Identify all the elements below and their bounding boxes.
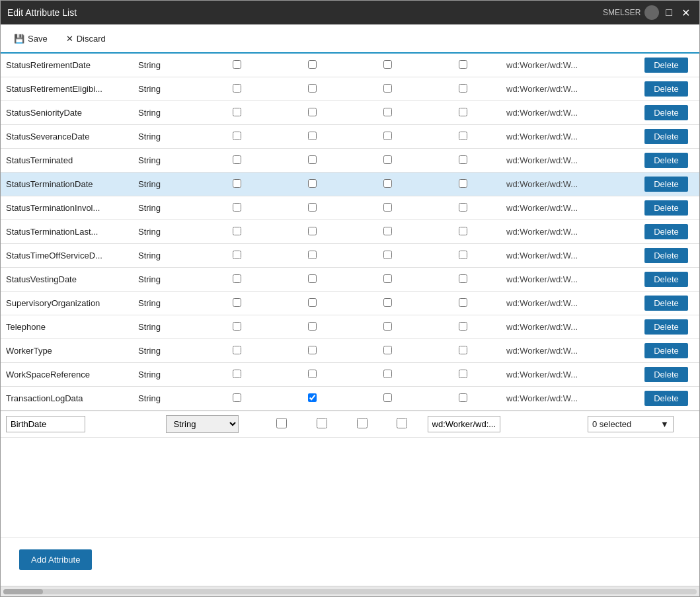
checkbox-cb3-row-10[interactable] xyxy=(383,298,392,307)
checkbox-cb1-row-4[interactable] xyxy=(233,155,241,164)
row-action: Delete xyxy=(633,101,699,125)
checkbox-cb1-row-12[interactable] xyxy=(233,346,241,354)
table-row: StatusTerminationInvol...Stringwd:Worker… xyxy=(1,196,699,220)
delete-button[interactable]: Delete xyxy=(644,200,688,216)
table-row: StatusTimeOffServiceD...Stringwd:Worker/… xyxy=(1,244,699,268)
checkbox-cb1-row-5[interactable] xyxy=(233,179,241,188)
checkbox-cb2-row-5[interactable] xyxy=(308,179,317,188)
checkbox-cb2-row-7[interactable] xyxy=(308,227,317,235)
checkbox-cb4-row-10[interactable] xyxy=(459,298,467,307)
checkbox-cb4-row-14[interactable] xyxy=(459,393,467,402)
delete-button[interactable]: Delete xyxy=(644,391,688,406)
checkbox-cb3-row-14[interactable] xyxy=(383,393,392,402)
checkbox-cb2-row-2[interactable] xyxy=(308,108,317,116)
checkbox-cb2-row-12[interactable] xyxy=(308,346,317,354)
delete-button[interactable]: Delete xyxy=(644,272,688,287)
checkbox-cb2-row-10[interactable] xyxy=(308,298,317,307)
checkbox-cb4-row-1[interactable] xyxy=(459,84,467,93)
delete-button[interactable]: Delete xyxy=(644,343,688,358)
checkbox-cb1-row-3[interactable] xyxy=(233,132,241,140)
checkbox-cb2-row-3[interactable] xyxy=(308,132,317,140)
delete-button[interactable]: Delete xyxy=(644,153,688,168)
maximize-button[interactable]: □ xyxy=(663,5,675,20)
checkbox-cb1-row-0[interactable] xyxy=(233,60,241,69)
checkbox-cb4-row-5[interactable] xyxy=(459,179,467,188)
horizontal-scrollbar[interactable] xyxy=(1,586,699,596)
checkbox-cb2-row-14[interactable] xyxy=(308,393,317,402)
scrollbar-thumb[interactable] xyxy=(3,589,43,594)
checkbox-cb3-row-1[interactable] xyxy=(383,84,392,93)
row-cb4 xyxy=(426,220,501,244)
checkbox-cb4-row-4[interactable] xyxy=(459,155,467,164)
checkbox-cb4-row-7[interactable] xyxy=(459,227,467,235)
checkbox-cb3-row-7[interactable] xyxy=(383,227,392,235)
checkbox-cb2-row-0[interactable] xyxy=(308,60,317,69)
checkbox-cb4-row-12[interactable] xyxy=(459,346,467,354)
checkbox-cb4-row-6[interactable] xyxy=(459,203,467,212)
delete-button[interactable]: Delete xyxy=(644,296,688,311)
checkbox-cb4-row-11[interactable] xyxy=(459,322,467,331)
table-row: StatusRetirementDateStringwd:Worker/wd:W… xyxy=(1,54,699,77)
row-cb4 xyxy=(426,339,501,363)
checkbox-cb2-row-11[interactable] xyxy=(308,322,317,331)
checkbox-cb1-row-6[interactable] xyxy=(233,203,241,212)
checkbox-cb1-row-14[interactable] xyxy=(233,393,241,402)
row-cb2 xyxy=(274,149,350,173)
checkbox-cb1-row-7[interactable] xyxy=(233,227,241,235)
new-cb3[interactable] xyxy=(357,418,368,428)
checkbox-cb4-row-2[interactable] xyxy=(459,108,467,116)
checkbox-cb1-row-10[interactable] xyxy=(233,298,241,307)
delete-button[interactable]: Delete xyxy=(644,177,688,192)
checkbox-cb1-row-13[interactable] xyxy=(233,370,241,378)
checkbox-cb3-row-13[interactable] xyxy=(383,370,392,378)
new-cb1[interactable] xyxy=(276,418,287,428)
checkbox-cb1-row-2[interactable] xyxy=(233,108,241,116)
checkbox-cb3-row-5[interactable] xyxy=(383,179,392,188)
checkbox-cb1-row-8[interactable] xyxy=(233,251,241,259)
row-cb3 xyxy=(350,173,426,196)
selected-dropdown[interactable]: 0 selected ▼ xyxy=(588,416,674,432)
checkbox-cb4-row-13[interactable] xyxy=(459,370,467,378)
new-name-input[interactable] xyxy=(6,416,85,432)
checkbox-cb1-row-9[interactable] xyxy=(233,274,241,283)
checkbox-cb4-row-8[interactable] xyxy=(459,251,467,259)
checkbox-cb1-row-1[interactable] xyxy=(233,84,241,93)
discard-button[interactable]: ✕ Discard xyxy=(62,32,110,46)
delete-button[interactable]: Delete xyxy=(644,319,688,335)
save-button[interactable]: 💾 Save xyxy=(10,32,52,46)
checkbox-cb3-row-9[interactable] xyxy=(383,274,392,283)
delete-button[interactable]: Delete xyxy=(644,58,688,73)
table-row: WorkSpaceReferenceStringwd:Worker/wd:W..… xyxy=(1,363,699,387)
new-cb4[interactable] xyxy=(397,418,407,428)
checkbox-cb2-row-8[interactable] xyxy=(308,251,317,259)
checkbox-cb2-row-1[interactable] xyxy=(308,84,317,93)
new-type-select[interactable]: String Integer Boolean Date xyxy=(166,415,239,433)
delete-button[interactable]: Delete xyxy=(644,367,688,382)
checkbox-cb4-row-0[interactable] xyxy=(459,60,467,69)
close-button[interactable]: ✕ xyxy=(679,5,693,20)
delete-button[interactable]: Delete xyxy=(644,248,688,263)
checkbox-cb3-row-3[interactable] xyxy=(383,132,392,140)
checkbox-cb2-row-4[interactable] xyxy=(308,155,317,164)
checkbox-cb2-row-9[interactable] xyxy=(308,274,317,283)
checkbox-cb3-row-8[interactable] xyxy=(383,251,392,259)
row-name: WorkerType xyxy=(1,339,133,363)
checkbox-cb3-row-2[interactable] xyxy=(383,108,392,116)
checkbox-cb2-row-13[interactable] xyxy=(308,370,317,378)
checkbox-cb3-row-4[interactable] xyxy=(383,155,392,164)
delete-button[interactable]: Delete xyxy=(644,105,688,120)
checkbox-cb3-row-12[interactable] xyxy=(383,346,392,354)
add-attribute-button[interactable]: Add Attribute xyxy=(19,549,92,570)
new-path-input[interactable] xyxy=(428,416,500,432)
checkbox-cb4-row-9[interactable] xyxy=(459,274,467,283)
new-cb2[interactable] xyxy=(317,418,327,428)
checkbox-cb1-row-11[interactable] xyxy=(233,322,241,331)
delete-button[interactable]: Delete xyxy=(644,81,688,97)
checkbox-cb4-row-3[interactable] xyxy=(459,132,467,140)
checkbox-cb3-row-11[interactable] xyxy=(383,322,392,331)
delete-button[interactable]: Delete xyxy=(644,129,688,144)
delete-button[interactable]: Delete xyxy=(644,224,688,239)
checkbox-cb3-row-6[interactable] xyxy=(383,203,392,212)
checkbox-cb3-row-0[interactable] xyxy=(383,60,392,69)
checkbox-cb2-row-6[interactable] xyxy=(308,203,317,212)
